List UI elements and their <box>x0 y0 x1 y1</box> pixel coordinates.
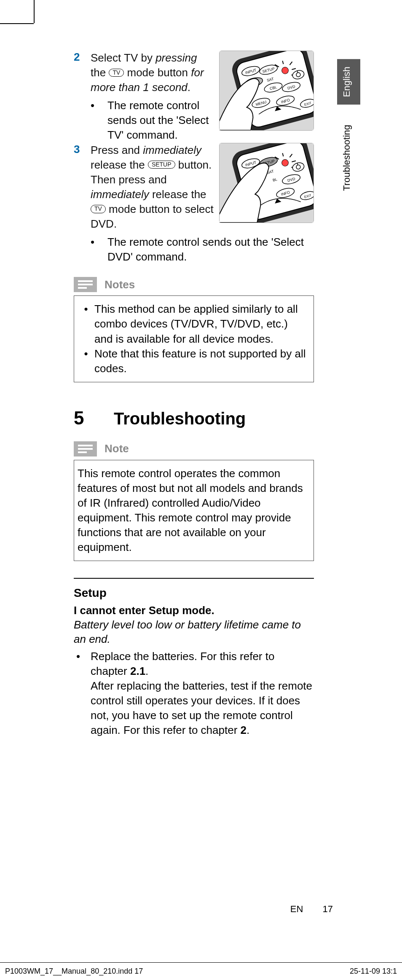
t: mode button to select DVD. <box>91 203 214 230</box>
print-metadata: P1003WM_17__Manual_80_210.indd 17 25-11-… <box>0 962 402 976</box>
setup-heading: Setup <box>74 586 314 600</box>
step-body: Press and immediately release the SETUP … <box>91 143 215 232</box>
remote-svg-2: INPUT SETUP SAT <box>220 143 314 223</box>
t: Press and <box>91 144 143 156</box>
tab-language: English <box>337 59 360 105</box>
step-number: 3 <box>74 143 91 232</box>
note-icon <box>74 441 97 456</box>
solution-item: • Replace the batteries. For this refer … <box>74 649 314 738</box>
section-title: Troubleshooting <box>114 409 246 428</box>
t: immediately <box>143 144 201 156</box>
tab-section: Troubleshooting <box>337 117 360 199</box>
chapter-ref: 2.1 <box>130 665 145 677</box>
crop-mark-v <box>34 0 35 23</box>
bullet-dot: • <box>91 98 107 142</box>
step-3-bullet: • The remote control sends out the 'Sele… <box>91 235 314 264</box>
step-2-bullet: • The remote control sends out the 'Sele… <box>91 98 215 142</box>
bullet-text: The remote control sends out the 'Select… <box>107 98 215 142</box>
note-item: • This method can be applied similarly t… <box>78 302 308 346</box>
crop-mark-h <box>0 23 34 24</box>
bullet-dot: • <box>91 235 107 264</box>
step-number: 2 <box>74 51 91 95</box>
t: release the <box>91 158 148 171</box>
t: mode button <box>124 66 191 79</box>
chapter-ref: 2 <box>241 724 247 736</box>
t: After replacing the batteries, test if t… <box>91 679 312 736</box>
note-item: • Note that this feature is not supporte… <box>78 346 308 376</box>
problem-text: I cannot enter Setup mode. <box>74 604 314 617</box>
t: . <box>145 665 148 677</box>
footer-page: 17 <box>323 904 333 914</box>
side-tabs: English Troubleshooting <box>337 59 362 199</box>
t: . <box>188 81 190 94</box>
page-container: English Troubleshooting INPUT SETUP TV <box>55 0 379 940</box>
note-title: Note <box>105 442 129 455</box>
bullet-text: The remote control sends out the 'Select… <box>107 235 314 264</box>
t: Select TV by <box>91 51 155 64</box>
step-3: 3 Press and immediately release the SETU… <box>74 143 215 232</box>
footer-lang: EN <box>290 904 303 914</box>
tv-button-label: TV <box>109 69 124 77</box>
t: pressing <box>155 51 197 64</box>
divider <box>74 578 314 579</box>
t: . <box>247 724 249 736</box>
t: Replace the batteries. For this refer to… <box>91 650 274 677</box>
remote-illustration-2: INPUT SETUP SAT <box>219 143 314 223</box>
notes-title: Notes <box>105 278 135 291</box>
date-meta: 25-11-09 13:1 <box>350 967 397 976</box>
t: immediately <box>91 188 149 201</box>
notes-icon <box>74 277 97 292</box>
t: the <box>91 66 109 79</box>
cause-text: Battery level too low or battery lifetim… <box>74 618 314 647</box>
bullet-dot: • <box>78 302 94 346</box>
remote-illustration-1: INPUT SETUP TV SAT <box>219 51 314 131</box>
section-number: 5 <box>74 408 114 429</box>
section-5-heading: 5 Troubleshooting <box>74 408 314 429</box>
page-footer: EN 17 <box>290 904 333 915</box>
t: release the <box>149 188 206 201</box>
tv-button-label: TV <box>91 205 106 213</box>
step-2: 2 Select TV by pressing the TV mode butt… <box>74 51 215 95</box>
solution-text: Replace the batteries. For this refer to… <box>91 649 314 738</box>
content-area: INPUT SETUP TV SAT <box>74 51 314 738</box>
setup-button-label: SETUP <box>148 161 175 169</box>
note-body: This remote control operates the common … <box>78 466 308 555</box>
note-text: Note that this feature is not supported … <box>94 346 308 376</box>
notes-box: • This method can be applied similarly t… <box>74 295 314 382</box>
bullet-dot: • <box>78 346 94 376</box>
file-meta: P1003WM_17__Manual_80_210.indd 17 <box>5 967 143 976</box>
note-header: Note <box>74 441 314 456</box>
notes-header: Notes <box>74 277 314 292</box>
note-box: This remote control operates the common … <box>74 460 314 561</box>
bullet-dot: • <box>74 649 91 738</box>
note-text: This method can be applied similarly to … <box>94 302 308 346</box>
remote-svg-1: INPUT SETUP TV SAT <box>220 51 314 130</box>
step-body: Select TV by pressing the TV mode button… <box>91 51 215 95</box>
